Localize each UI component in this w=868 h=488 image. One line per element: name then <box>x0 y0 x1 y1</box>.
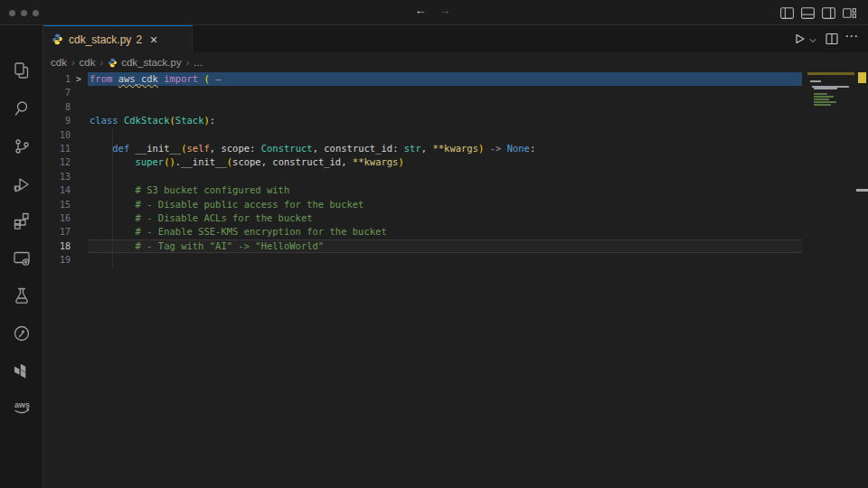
source-control-icon[interactable] <box>0 128 42 164</box>
code-line-13[interactable]: 13 <box>43 170 807 183</box>
line-number: 17 <box>43 225 71 239</box>
code-text: # S3 bucket configured with <box>90 183 289 197</box>
breadcrumb: cdk › cdk › cdk_stack.py › ... <box>43 52 868 72</box>
code-text: # - Enable SSE-KMS encryption for the bu… <box>90 225 387 239</box>
breadcrumb-item[interactable]: ... <box>193 57 203 68</box>
minimap-selection-bar <box>807 72 854 75</box>
account-icon[interactable] <box>0 483 42 488</box>
code-text: super().__init__(scope, construct_id, **… <box>90 155 404 169</box>
code-line-16[interactable]: 16 # - Disable ACLs for the bucket <box>43 211 807 225</box>
terraform-icon[interactable] <box>0 353 42 389</box>
toggle-panel-icon[interactable] <box>800 5 816 21</box>
tab-bar: cdk_stack.py 2 × ⋯ <box>43 25 868 52</box>
code-line-11[interactable]: 11 def __init__(self, scope: Construct, … <box>43 142 807 155</box>
fold-chevron-icon[interactable]: > <box>76 72 81 86</box>
code-text: class CdkStack(Stack): <box>90 114 215 127</box>
code-text: # - Disable ACLs for the bucket <box>90 211 313 225</box>
code-line-8[interactable]: 8 <box>43 100 807 114</box>
code-text: def __init__(self, scope: Construct, con… <box>90 142 535 155</box>
minimap[interactable] <box>807 72 854 488</box>
line-number: 10 <box>43 128 71 142</box>
toggle-primary-sidebar-icon[interactable] <box>779 5 795 21</box>
code-line-14[interactable]: 14 # S3 bucket configured with <box>43 183 807 197</box>
breadcrumb-separator-icon: › <box>186 57 190 68</box>
traffic-light-icon[interactable] <box>33 10 39 16</box>
code-line-7[interactable]: 7 <box>43 86 807 99</box>
aws-label: aws <box>14 400 30 409</box>
timeline-icon[interactable] <box>0 315 42 352</box>
traffic-light-icon[interactable] <box>21 10 27 16</box>
title-bar: ← → <box>0 0 868 25</box>
code-line-17[interactable]: 17 # - Enable SSE-KMS encryption for the… <box>43 225 807 239</box>
toggle-secondary-sidebar-icon[interactable] <box>821 5 836 21</box>
breadcrumb-item[interactable]: cdk <box>80 57 96 68</box>
minimap-code-bar <box>814 96 834 98</box>
line-number: 13 <box>43 170 71 183</box>
tab-label: cdk_stack.py <box>69 33 131 46</box>
code-line-19[interactable]: 19 <box>43 253 807 267</box>
minimap-code-bar <box>814 99 829 100</box>
customize-layout-icon[interactable] <box>842 5 857 21</box>
activity-bar: aws <box>0 25 43 488</box>
breadcrumb-separator-icon: › <box>99 57 103 68</box>
line-number: 16 <box>43 211 71 225</box>
minimap-code-bar <box>814 88 837 89</box>
overview-warning-marker <box>858 72 866 83</box>
breadcrumb-separator-icon: › <box>71 57 75 68</box>
code-line-10[interactable]: 10 <box>43 128 807 142</box>
remote-explorer-icon[interactable] <box>0 240 42 277</box>
split-editor-icon[interactable] <box>825 32 839 50</box>
line-number: 19 <box>43 253 71 267</box>
code-line-12[interactable]: 12 super().__init__(scope, construct_id,… <box>43 155 807 169</box>
aws-icon[interactable]: aws <box>0 389 42 426</box>
extensions-icon[interactable] <box>0 203 42 239</box>
python-file-icon <box>52 33 63 45</box>
line-number: 18 <box>43 239 71 253</box>
line-number: 9 <box>43 114 71 127</box>
minimap-code-bar <box>814 93 827 95</box>
line-number: 11 <box>43 142 71 155</box>
line-number: 12 <box>43 155 71 169</box>
code-lines: 1>from aws_cdk import ( –789class CdkSta… <box>43 72 807 267</box>
code-text: # - Disable public access for the bucket <box>90 198 363 211</box>
overview-cursor-marker <box>856 189 868 192</box>
explorer-icon[interactable] <box>0 52 42 89</box>
testing-icon[interactable] <box>0 277 42 314</box>
nav-back-icon[interactable]: ← <box>411 4 429 17</box>
code-line-15[interactable]: 15 # - Disable public access for the buc… <box>43 198 807 211</box>
code-text: from aws_cdk import ( – <box>90 72 221 86</box>
code-editor[interactable]: 1>from aws_cdk import ( –789class CdkSta… <box>43 72 807 488</box>
tab-close-icon[interactable]: × <box>150 33 157 46</box>
breadcrumb-item[interactable]: cdk <box>51 57 67 68</box>
line-number: 7 <box>43 86 71 99</box>
traffic-light-icon[interactable] <box>9 10 15 16</box>
search-icon[interactable] <box>0 90 42 127</box>
line-number: 14 <box>43 183 71 197</box>
run-debug-icon[interactable] <box>0 166 42 202</box>
line-number: 8 <box>43 100 71 114</box>
tab-problems-badge: 2 <box>136 33 142 46</box>
run-dropdown-icon[interactable] <box>807 33 818 50</box>
code-line-1[interactable]: 1>from aws_cdk import ( – <box>43 72 807 86</box>
code-line-18[interactable]: 18 # - Tag with "AI" -> "HelloWorld" <box>43 239 807 253</box>
minimap-code-bar <box>814 101 835 103</box>
python-file-icon <box>108 58 118 68</box>
tab-cdk-stack[interactable]: cdk_stack.py 2 × <box>43 25 193 52</box>
minimap-code-bar <box>812 86 849 88</box>
minimap-code-bar <box>810 80 821 82</box>
minimap-code-bar <box>814 104 830 106</box>
breadcrumb-item[interactable]: cdk_stack.py <box>121 57 181 68</box>
nav-forward-icon[interactable]: → <box>436 4 454 17</box>
run-icon[interactable] <box>792 32 807 50</box>
line-number: 1 <box>43 72 71 86</box>
overview-ruler[interactable] <box>854 25 868 488</box>
code-text: # - Tag with "AI" -> "HelloWorld" <box>90 239 324 253</box>
code-line-9[interactable]: 9class CdkStack(Stack): <box>43 114 807 127</box>
line-number: 15 <box>43 198 71 211</box>
